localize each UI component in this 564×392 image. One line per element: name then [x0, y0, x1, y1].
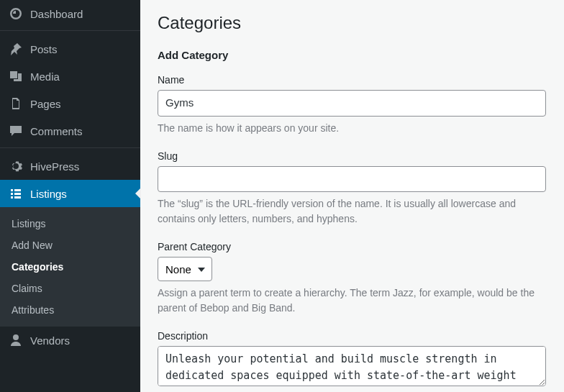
- parent-select[interactable]: None: [158, 257, 212, 281]
- submenu-item-categories[interactable]: Categories: [0, 256, 140, 278]
- page-icon: [9, 96, 23, 111]
- parent-help: Assign a parent term to create a hierarc…: [158, 286, 546, 316]
- sidebar-item-label: Posts: [30, 43, 58, 55]
- submenu-item-claims[interactable]: Claims: [0, 278, 140, 299]
- description-textarea[interactable]: Unleash your potential and build muscle …: [158, 346, 546, 386]
- pin-icon: [9, 42, 23, 56]
- sidebar-submenu: Listings Add New Categories Claims Attri…: [0, 207, 140, 327]
- name-help: The name is how it appears on your site.: [158, 121, 546, 136]
- sidebar-item-pages[interactable]: Pages: [0, 90, 140, 117]
- admin-sidebar: Dashboard Posts Media Pages Commen: [0, 0, 140, 392]
- submenu-item-listings[interactable]: Listings: [0, 213, 140, 234]
- parent-label: Parent Category: [158, 241, 547, 252]
- sidebar-item-label: Listings: [30, 188, 67, 200]
- field-slug: Slug The “slug” is the URL-friendly vers…: [158, 150, 547, 227]
- sidebar-item-label: Comments: [30, 125, 83, 137]
- menu-separator: [0, 27, 140, 31]
- field-name: Name The name is how it appears on your …: [158, 74, 547, 136]
- list-icon: [9, 186, 23, 201]
- sidebar-item-label: Media: [30, 70, 60, 83]
- sidebar-item-listings[interactable]: Listings: [0, 180, 140, 207]
- sidebar-item-comments[interactable]: Comments: [0, 117, 140, 145]
- menu-separator: [0, 145, 140, 148]
- dashboard-icon: [9, 6, 23, 21]
- sidebar-item-label: Dashboard: [30, 8, 83, 20]
- slug-label: Slug: [158, 150, 547, 162]
- field-description: Description Unleash your potential and b…: [158, 330, 547, 388]
- field-parent: Parent Category None Assign a parent ter…: [158, 241, 547, 316]
- slug-help: The “slug” is the URL-friendly version o…: [158, 196, 546, 227]
- section-title: Add Category: [158, 49, 547, 61]
- name-input[interactable]: [158, 90, 546, 117]
- sidebar-item-media[interactable]: Media: [0, 63, 140, 90]
- page-title: Categories: [158, 13, 547, 33]
- sidebar-item-vendors[interactable]: Vendors: [0, 327, 140, 354]
- submenu-item-add-new[interactable]: Add New: [0, 234, 140, 256]
- submenu-item-attributes[interactable]: Attributes: [0, 299, 140, 321]
- sidebar-item-posts[interactable]: Posts: [0, 35, 140, 63]
- sidebar-item-label: HivePress: [30, 160, 79, 173]
- comment-icon: [9, 124, 23, 138]
- sidebar-item-label: Vendors: [30, 334, 70, 347]
- sidebar-item-label: Pages: [30, 98, 61, 110]
- sidebar-item-hivepress[interactable]: HivePress: [0, 152, 140, 180]
- description-label: Description: [158, 330, 547, 342]
- main-content: Categories Add Category Name The name is…: [140, 0, 564, 392]
- user-icon: [9, 333, 23, 347]
- sidebar-item-dashboard[interactable]: Dashboard: [0, 0, 140, 27]
- name-label: Name: [158, 74, 547, 86]
- gear-icon: [9, 159, 23, 173]
- media-icon: [9, 69, 23, 83]
- slug-input[interactable]: [158, 166, 546, 193]
